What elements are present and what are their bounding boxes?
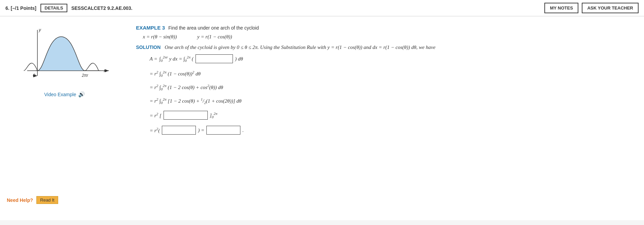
math-line-1: A = ∫02πr y dx = ∫02π ( ) dθ: [150, 54, 634, 63]
need-help-section: Need Help? Read It: [7, 186, 122, 204]
solution-text: One arch of the cycloid is given by 0 ≤ …: [165, 45, 435, 50]
input-3[interactable]: [162, 126, 196, 135]
parametric-equations: x = r(θ − sin(θ)) y = r(1 − cos(θ)): [143, 34, 634, 40]
svg-text:0: 0: [33, 73, 35, 78]
equation-x: x = r(θ − sin(θ)): [143, 34, 177, 40]
equation-y: y = r(1 − cos(θ)): [197, 34, 232, 40]
solution-block: SOLUTION One arch of the cycloid is give…: [136, 45, 634, 50]
line2-text: = r2 ∫02π (1 − cos(θ))2 dθ: [150, 70, 201, 77]
math-line-4: = r2 ∫02π [1 − 2 cos(θ) + 1/2(1 + cos(2θ…: [150, 97, 634, 105]
left-panel: 0 2πr x y Video Example 🔊 Need Help? Rea…: [7, 23, 122, 213]
svg-text:y: y: [38, 27, 41, 32]
input-1[interactable]: [196, 54, 233, 63]
video-example-link[interactable]: Video Example 🔊: [44, 91, 85, 98]
example-description: Find the area under one arch of the cycl…: [168, 25, 259, 31]
video-example-label: Video Example: [44, 92, 76, 97]
svg-text:x: x: [103, 68, 106, 73]
read-it-button[interactable]: Read It: [36, 196, 58, 204]
example-label: EXAMPLE 3: [136, 25, 165, 31]
need-help-row: Need Help? Read It: [7, 186, 122, 204]
cycloid-graph: 0 2πr x y: [17, 27, 112, 88]
my-notes-button[interactable]: MY NOTES: [544, 3, 578, 13]
speaker-icon: 🔊: [78, 91, 85, 98]
solution-line: SOLUTION One arch of the cycloid is give…: [136, 45, 634, 50]
line4-text: = r2 ∫02π [1 − 2 cos(θ) + 1/2(1 + cos(2θ…: [150, 97, 241, 105]
graph-area: 0 2πr x y: [17, 27, 112, 88]
line6-r2: = r2(: [150, 127, 160, 134]
need-help-label: Need Help?: [7, 197, 33, 203]
dtheta-1: ) dθ: [235, 56, 243, 62]
math-line-2: = r2 ∫02π (1 − cos(θ))2 dθ: [150, 70, 634, 77]
problem-code: SESSCALCET2 9.2.AE.003.: [71, 5, 133, 11]
line5-bracket-end: ]02π: [210, 111, 217, 119]
line6-equals: ) =: [198, 127, 204, 133]
solution-label: SOLUTION: [136, 45, 160, 50]
top-bar: 6. [–/1 Points] DETAILS SESSCALCET2 9.2.…: [0, 0, 644, 16]
input-2[interactable]: [164, 111, 208, 120]
question-label: 6. [–/1 Points]: [5, 5, 36, 11]
example-header: EXAMPLE 3 Find the area under one arch o…: [136, 25, 634, 31]
ask-teacher-button[interactable]: ASK YOUR TEACHER: [582, 3, 639, 13]
math-line-3: = r2 ∫02π (1 − 2 cos(θ) + cos2(θ)) dθ: [150, 84, 634, 91]
details-button[interactable]: DETAILS: [40, 4, 67, 12]
input-4[interactable]: [206, 126, 240, 135]
math-line-6: = r2( ) = .: [150, 126, 634, 135]
main-content: 0 2πr x y Video Example 🔊 Need Help? Rea…: [0, 16, 644, 220]
svg-text:2πr: 2πr: [82, 73, 89, 78]
right-panel: EXAMPLE 3 Find the area under one arch o…: [136, 23, 634, 213]
math-block: A = ∫02πr y dx = ∫02π ( ) dθ = r2 ∫02π (…: [150, 54, 634, 135]
math-line-5: = r2 [ ]02π: [150, 111, 634, 120]
line5-r2: = r2 [: [150, 112, 162, 119]
line6-period: .: [242, 127, 244, 133]
top-right: MY NOTES ASK YOUR TEACHER: [544, 3, 639, 13]
integral-1: ∫02πr y dx = ∫02π (: [159, 55, 193, 63]
top-left: 6. [–/1 Points] DETAILS SESSCALCET2 9.2.…: [5, 4, 132, 12]
line3-text: = r2 ∫02π (1 − 2 cos(θ) + cos2(θ)) dθ: [150, 84, 223, 91]
a-equals: A =: [150, 56, 157, 62]
